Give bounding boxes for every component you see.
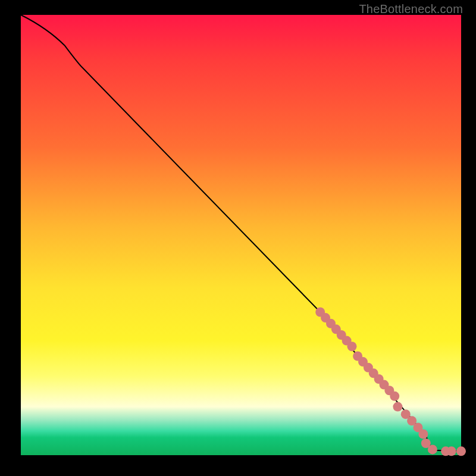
data-marker xyxy=(390,392,399,401)
data-marker xyxy=(347,342,356,351)
data-marker xyxy=(428,444,437,454)
data-marker xyxy=(447,446,456,456)
chart-svg xyxy=(21,15,461,455)
data-marker xyxy=(456,446,466,456)
trend-line xyxy=(21,15,461,451)
chart-frame: TheBottleneck.com xyxy=(0,0,476,476)
watermark-text: TheBottleneck.com xyxy=(359,2,463,16)
data-marker xyxy=(418,429,428,439)
marker-group xyxy=(315,308,466,456)
data-marker xyxy=(393,402,402,412)
plot-area xyxy=(21,15,461,455)
